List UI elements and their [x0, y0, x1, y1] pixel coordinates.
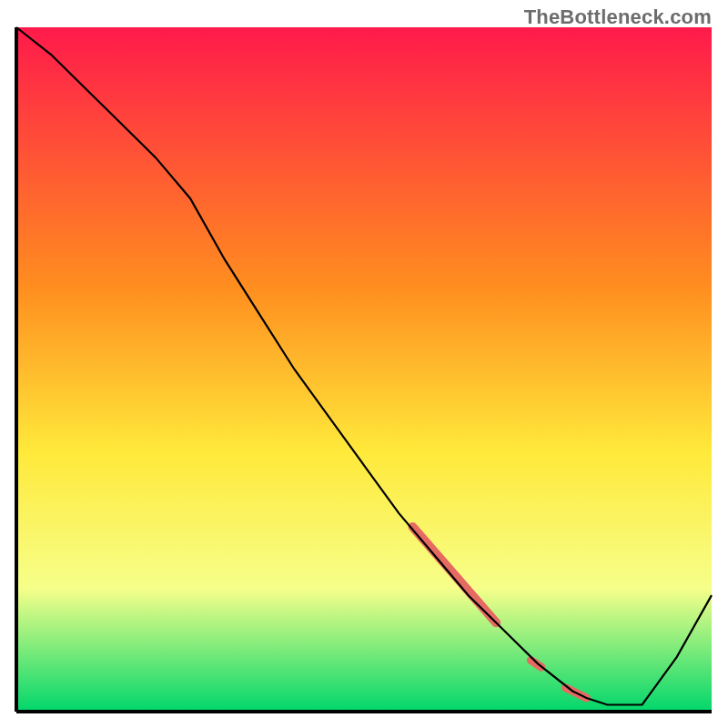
- plot-background: [16, 27, 712, 712]
- chart-container: TheBottleneck.com: [0, 0, 728, 728]
- bottleneck-chart: [0, 0, 728, 728]
